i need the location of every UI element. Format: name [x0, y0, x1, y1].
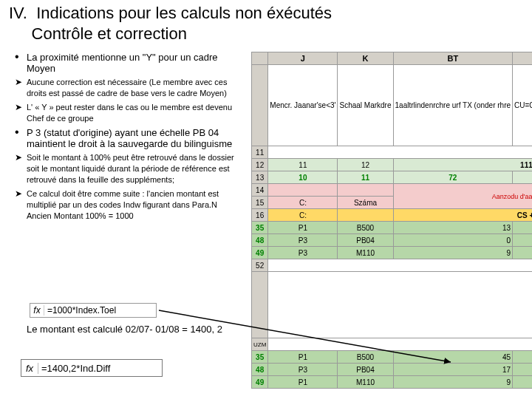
list-item: •P 3 (statut d'origine) ayant une échell…	[15, 127, 244, 149]
fx-icon: fx	[30, 305, 44, 316]
list-item: ➤Ce calcul doit être comme suite : l'anc…	[15, 188, 244, 222]
rotated-header-row: Mencr. Jaanar'se<3' Schaal Markdre 1aalt…	[252, 65, 533, 146]
title-line1: Indications pour les calculs non éxécuté…	[36, 4, 332, 22]
table-row: 12 11 12 11108-7 11101-3 11101-70	[252, 159, 533, 171]
table-row: 52	[252, 259, 533, 272]
bullet-list: •La proximité mentionne un "Y" pour un c…	[15, 52, 244, 225]
spreadsheet-screenshot: J K BT BU BV BW CF CG DG Mencr. Jaanar's…	[251, 52, 531, 392]
table-row: UZM	[252, 338, 533, 351]
table-row: 14 Aanzodu d'aantal wordt berekend Bedra…	[252, 184, 533, 197]
table-row: 35 P1B500 45174,02 688,76 51.273,85	[252, 351, 533, 364]
rotated-header-row: Bilinguisme A.v Onk Sat	[252, 272, 533, 338]
table-row: 48 P3PB04 1740,47 4 56.360,37	[252, 364, 533, 376]
table-row: 13 10 11 72 73 74 75 84 85 111	[252, 171, 533, 184]
list-item: •La proximité mentionne un "Y" pour un c…	[15, 52, 244, 74]
title-line2: Contrôle et correction	[32, 24, 187, 43]
slide: IV. Indications pour les calculs non éxé…	[0, 0, 532, 399]
formula-bar-2: fx =1400,2*Ind.Diff	[21, 359, 163, 377]
formula-bar-1: fx =1000*Index.Toel	[30, 303, 157, 318]
list-item: ➤L' « Y » peut rester dans le cas ou le …	[15, 102, 244, 124]
formula-2-text: =1400,2*Ind.Diff	[38, 363, 110, 374]
spreadsheet-table: J K BT BU BV BW CF CG DG Mencr. Jaanar's…	[251, 52, 532, 389]
title-num: IV.	[9, 4, 27, 22]
table-row: 49 P3M110 933,42 37.925,46	[252, 247, 533, 259]
col-header-row: J K BT BU BV BW CF CG DG	[252, 52, 533, 65]
table-row: 11	[252, 146, 533, 159]
table-row: 16 C: CS + CU->CW TV UZ/WZ SC/SI 22.260,…	[252, 209, 533, 222]
calc-note: Le montant est calculé 02/07- 01/08 = 14…	[27, 324, 233, 335]
formula-1-text: =1000*Index.Toel	[44, 305, 116, 316]
slide-title: IV. Indications pour les calculs non éxé…	[9, 3, 332, 44]
fx-icon: fx	[21, 363, 38, 374]
table-row: 35 P1B500 13174,02 588,75 61.273,86	[252, 222, 533, 234]
table-row: 49 P1M110 936.72 37.925,46	[252, 376, 533, 389]
list-item: ➤Soit le montant à 100% peut être retrou…	[15, 152, 244, 185]
table-row: 48 P3PB04 040,47 4 bedrag #VALUE!	[252, 234, 533, 247]
list-item: ➤Aucune correction est nécessaire (Le me…	[15, 77, 244, 99]
